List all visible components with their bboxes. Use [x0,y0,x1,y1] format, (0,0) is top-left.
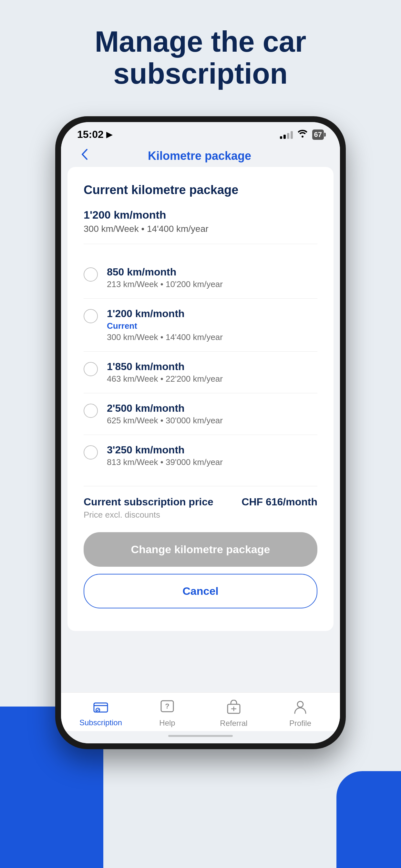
options-list: 850 km/month 213 km/Week • 10'200 km/yea… [84,257,317,476]
status-time: 15:02 ▶ [77,128,112,141]
phone-mockup: 15:02 ▶ 67 [55,116,346,749]
nav-bar: Kilometre package [61,144,340,167]
option-2500[interactable]: 2'500 km/month 625 km/Week • 30'000 km/y… [84,393,317,435]
option-3250-name: 3'250 km/month [107,444,317,456]
option-850-name: 850 km/month [107,266,317,278]
option-1850-detail: 463 km/Week • 22'200 km/year [107,374,317,384]
nav-title: Kilometre package [91,149,308,163]
status-icons: 67 [280,129,324,140]
radio-1200[interactable] [84,309,98,323]
radio-3250[interactable] [84,445,98,460]
location-icon: ▶ [106,130,112,139]
radio-1850[interactable] [84,362,98,376]
referral-icon [226,700,241,716]
price-label: Current subscription price [84,496,213,508]
tab-help[interactable]: ? Help [145,700,190,727]
cancel-button[interactable]: Cancel [84,574,317,609]
change-package-button[interactable]: Change kilometre package [84,532,317,567]
radio-2500[interactable] [84,404,98,418]
tab-subscription[interactable]: Subscription [78,701,123,727]
option-1200-detail: 300 km/Week • 14'400 km/year [107,332,317,342]
help-icon: ? [160,700,174,716]
profile-icon [294,700,307,716]
subscription-icon [93,701,108,716]
price-label-group: Current subscription price Price excl. d… [84,496,213,520]
home-indicator [61,731,340,743]
option-1850-name: 1'850 km/month [107,361,317,373]
phone-screen: 15:02 ▶ 67 [61,122,340,743]
price-note: Price excl. discounts [84,510,213,520]
option-850-detail: 213 km/Week • 10'200 km/year [107,279,317,289]
page-title: Manage the car subscription [0,26,401,90]
tab-subscription-label: Subscription [80,718,122,727]
signal-icon [280,130,293,139]
tab-profile[interactable]: Profile [278,700,323,728]
option-3250-content: 3'250 km/month 813 km/Week • 39'000 km/y… [107,444,317,467]
option-2500-content: 2'500 km/month 625 km/Week • 30'000 km/y… [107,402,317,426]
content-card: Current kilometre package 1'200 km/month… [67,167,334,631]
battery-icon: 67 [312,129,324,140]
tab-referral-label: Referral [220,719,247,728]
tab-profile-label: Profile [289,719,311,728]
price-value: CHF 616/month [242,496,317,508]
option-850[interactable]: 850 km/month 213 km/Week • 10'200 km/yea… [84,257,317,299]
option-1200-name: 1'200 km/month [107,308,317,320]
back-button[interactable] [77,148,91,164]
option-1850-content: 1'850 km/month 463 km/Week • 22'200 km/y… [107,361,317,384]
wifi-icon [297,129,308,140]
current-package-name: 1'200 km/month [84,209,317,221]
radio-850[interactable] [84,268,98,282]
tab-referral[interactable]: Referral [211,700,256,728]
option-1200-content: 1'200 km/month Current 300 km/Week • 14'… [107,308,317,342]
option-2500-name: 2'500 km/month [107,402,317,414]
option-1850[interactable]: 1'850 km/month 463 km/Week • 22'200 km/y… [84,352,317,393]
main-content: Current kilometre package 1'200 km/month… [61,167,340,692]
option-2500-detail: 625 km/Week • 30'000 km/year [107,415,317,426]
option-850-content: 850 km/month 213 km/Week • 10'200 km/yea… [107,266,317,289]
tab-bar: Subscription ? Help [61,692,340,731]
option-1200[interactable]: 1'200 km/month Current 300 km/Week • 14'… [84,299,317,352]
svg-text:?: ? [165,702,169,710]
current-package-detail: 300 km/Week • 14'400 km/year [84,224,317,244]
price-section: Current subscription price Price excl. d… [84,486,317,520]
svg-point-5 [297,702,303,707]
option-3250-detail: 813 km/Week • 39'000 km/year [107,457,317,467]
section-title: Current kilometre package [84,183,317,197]
option-3250[interactable]: 3'250 km/month 813 km/Week • 39'000 km/y… [84,435,317,476]
tab-help-label: Help [159,718,175,727]
option-1200-current-badge: Current [107,321,317,331]
bg-shape-right [336,771,401,868]
home-bar [168,735,233,737]
status-bar: 15:02 ▶ 67 [61,122,340,144]
